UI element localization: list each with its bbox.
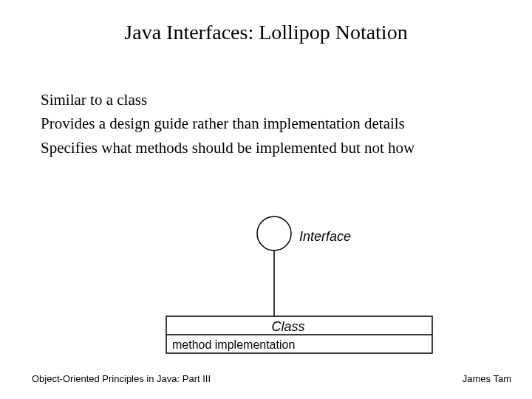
- bullet-item: Similar to a class: [41, 89, 532, 111]
- footer-left: Object-Oriented Principles in Java: Part…: [32, 373, 211, 384]
- bullet-list: Similar to a class Provides a design gui…: [41, 89, 532, 159]
- slide-title: Java Interfaces: Lollipop Notation: [0, 21, 532, 44]
- bullet-item: Specifies what methods should be impleme…: [41, 137, 532, 159]
- method-implementation-label: method implementation: [172, 338, 295, 352]
- bullet-item: Provides a design guide rather than impl…: [41, 112, 532, 134]
- footer-right: James Tam: [463, 373, 511, 384]
- interface-circle-icon: [257, 216, 291, 250]
- class-label: Class: [233, 319, 344, 335]
- interface-label: Interface: [299, 229, 351, 245]
